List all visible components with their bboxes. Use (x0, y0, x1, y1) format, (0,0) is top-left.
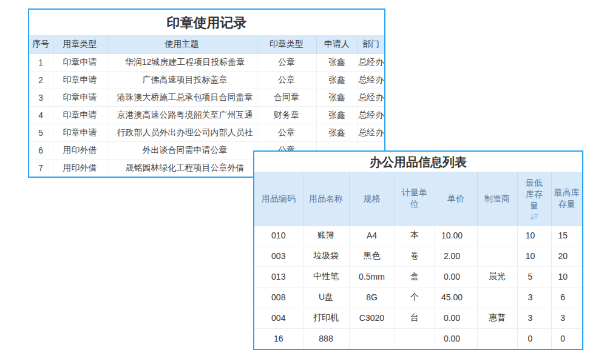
table-row: 168880.0000 (254, 328, 582, 349)
cell-seal-type: 公章 (257, 71, 316, 89)
cell-seal-type: 公章 (257, 124, 316, 141)
cell-item-name[interactable]: 打印机 (303, 308, 349, 328)
cell-use-type: 印章申请 (53, 71, 107, 89)
cell-max-stock: 6 (551, 287, 582, 308)
column-header-unit-price: 单价 (435, 172, 477, 225)
cell-min-stock: 3 (517, 287, 551, 308)
cell-use-type: 印章申请 (53, 106, 107, 124)
cell-subject[interactable]: 华润12城房建工程项目投标盖章 (107, 53, 257, 71)
column-header-manufacturer: 制造商 (477, 172, 517, 225)
seal-usage-title: 印章使用记录 (29, 10, 384, 36)
table-row: 2印章申请广佛高速项目投标盖章公章张鑫总经办 (29, 71, 384, 89)
cell-subject[interactable]: 京港澳高速公路粤境韶关至广州互通 (107, 106, 257, 124)
cell-manufacturer (477, 225, 517, 246)
cell-unit: 本 (395, 225, 435, 246)
cell-manufacturer: 惠普 (477, 308, 517, 328)
cell-unit: 盒 (395, 266, 435, 287)
cell-subject[interactable]: 广佛高速项目投标盖章 (107, 71, 257, 89)
column-header-department: 部门 (358, 36, 384, 53)
column-header-spec: 规格 (349, 172, 395, 225)
column-header-min-stock[interactable]: 最低库存量 (517, 172, 551, 225)
cell-item-name[interactable]: 垃圾袋 (303, 246, 349, 266)
cell-spec: 黑色 (349, 246, 395, 266)
cell-item-name[interactable]: U盘 (303, 287, 349, 308)
cell-subject[interactable]: 行政部人员外出办理公司内部人员社 (107, 124, 257, 141)
column-header-seq: 序号 (29, 36, 53, 53)
cell-applicant[interactable]: 张鑫 (316, 124, 358, 141)
sort-amount-icon[interactable] (530, 213, 538, 220)
cell-min-stock: 0 (517, 328, 551, 349)
table-row: 003垃圾袋黑色卷2.001020 (254, 246, 582, 266)
cell-applicant[interactable]: 张鑫 (316, 71, 358, 89)
cell-applicant[interactable]: 张鑫 (316, 106, 358, 124)
table-row: 4印章申请京港澳高速公路粤境韶关至广州互通财务章张鑫总经办 (29, 106, 384, 124)
column-header-item-code: 用品编码 (254, 172, 303, 225)
cell-seal-type: 合同章 (257, 89, 316, 106)
column-header-max-stock: 最高库存量 (551, 172, 582, 225)
column-header-use-type: 用章类型 (53, 36, 107, 53)
cell-min-stock: 5 (517, 266, 551, 287)
office-supplies-table: 用品编码 用品名称 规格 计量单位 单价 制造商 最低库存量 (254, 172, 582, 349)
cell-unit: 台 (395, 308, 435, 328)
column-header-seal-type: 印章类型 (257, 36, 316, 53)
cell-department: 总经办 (358, 89, 384, 106)
table-row: 3印章申请港珠澳大桥施工总承包项目合同盖章合同章张鑫总经办 (29, 89, 384, 106)
cell-unit-price: 0.00 (435, 308, 477, 328)
cell-max-stock: 0 (551, 328, 582, 349)
cell-subject[interactable]: 晟铭园林绿化工程项目公章外借 (107, 159, 257, 177)
supplies-table-header-row: 用品编码 用品名称 规格 计量单位 单价 制造商 最低库存量 (254, 172, 582, 225)
cell-item-name[interactable]: 888 (303, 328, 349, 349)
cell-unit-price: 2.00 (435, 246, 477, 266)
table-row: 004打印机C3020台0.00惠普33 (254, 308, 582, 328)
cell-unit-price: 0.00 (435, 266, 477, 287)
cell-unit-price: 10.00 (435, 225, 477, 246)
cell-subject[interactable]: 港珠澳大桥施工总承包项目合同盖章 (107, 89, 257, 106)
cell-manufacturer (477, 287, 517, 308)
cell-use-type: 印章申请 (53, 89, 107, 106)
office-supplies-card: 办公用品信息列表 用品编码 用品名称 规格 计量单位 单价 制造商 最低库存量 (253, 150, 583, 350)
cell-item-code[interactable]: 16 (254, 328, 303, 349)
cell-spec (349, 328, 395, 349)
cell-seq: 4 (29, 106, 53, 124)
cell-use-type: 用印外借 (53, 159, 107, 177)
cell-department: 总经办 (358, 71, 384, 89)
column-header-item-name: 用品名称 (303, 172, 349, 225)
cell-manufacturer: 晨光 (477, 266, 517, 287)
cell-use-type: 用印外借 (53, 141, 107, 159)
cell-item-name[interactable]: 账簿 (303, 225, 349, 246)
table-row: 1印章申请华润12城房建工程项目投标盖章公章张鑫总经办 (29, 53, 384, 71)
cell-use-type: 印章申请 (53, 53, 107, 71)
cell-spec: C3020 (349, 308, 395, 328)
cell-seal-type: 财务章 (257, 106, 316, 124)
cell-unit (395, 328, 435, 349)
cell-min-stock: 10 (517, 225, 551, 246)
cell-department: 总经办 (358, 53, 384, 71)
cell-item-code[interactable]: 003 (254, 246, 303, 266)
cell-max-stock: 20 (551, 246, 582, 266)
cell-applicant[interactable]: 张鑫 (316, 53, 358, 71)
cell-unit-price: 45.00 (435, 287, 477, 308)
seal-table-header-row: 序号 用章类型 使用主题 印章类型 申请人 部门 (29, 36, 384, 53)
cell-applicant[interactable]: 张鑫 (316, 89, 358, 106)
cell-item-name[interactable]: 中性笔 (303, 266, 349, 287)
cell-spec: A4 (349, 225, 395, 246)
office-supplies-title: 办公用品信息列表 (254, 152, 582, 172)
cell-item-code[interactable]: 010 (254, 225, 303, 246)
table-row: 5印章申请行政部人员外出办理公司内部人员社公章张鑫总经办 (29, 124, 384, 141)
cell-unit: 个 (395, 287, 435, 308)
cell-unit-price: 0.00 (435, 328, 477, 349)
cell-item-code[interactable]: 013 (254, 266, 303, 287)
table-row: 013中性笔0.5mm盒0.00晨光510 (254, 266, 582, 287)
cell-min-stock: 3 (517, 308, 551, 328)
table-row: 008U盘8G个45.0036 (254, 287, 582, 308)
cell-subject[interactable]: 外出谈合同需申请公章 (107, 141, 257, 159)
table-row: 010账簿A4本10.001015 (254, 225, 582, 246)
cell-seq: 7 (29, 159, 53, 177)
cell-max-stock: 10 (551, 266, 582, 287)
cell-manufacturer (477, 328, 517, 349)
cell-department: 总经办 (358, 106, 384, 124)
cell-item-code[interactable]: 008 (254, 287, 303, 308)
column-header-applicant: 申请人 (316, 36, 358, 53)
cell-item-code[interactable]: 004 (254, 308, 303, 328)
cell-max-stock: 15 (551, 225, 582, 246)
